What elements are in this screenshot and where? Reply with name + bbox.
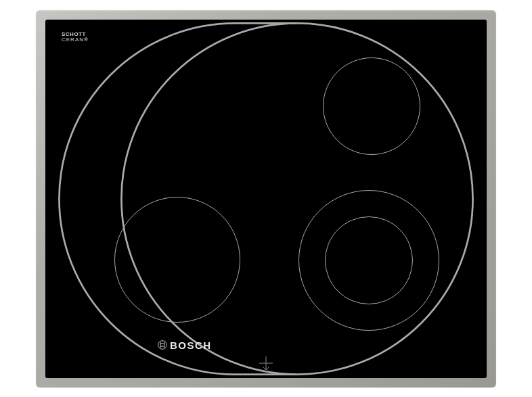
- cooking-zone-top-left: [45, 20, 201, 152]
- cooktop-steel-frame: SCHOTT CERAN® BOSCH: [36, 10, 496, 388]
- cooking-zone-bottom-right: [298, 190, 439, 331]
- extendable-zone-outline-icon: [45, 20, 487, 378]
- cooking-zone-top-right: [323, 57, 420, 155]
- ceramic-glass-surface: SCHOTT CERAN® BOSCH: [45, 20, 487, 378]
- brand-name-text: BOSCH: [170, 340, 212, 351]
- brand-logo: BOSCH: [158, 340, 212, 351]
- cooking-zone-bottom-left: [114, 197, 240, 323]
- front-orientation-indicator-icon: [258, 355, 274, 371]
- svg-point-0: [158, 341, 167, 350]
- bosch-logo-icon: [158, 340, 167, 350]
- cooking-zone-bottom-right-inner: [325, 216, 413, 304]
